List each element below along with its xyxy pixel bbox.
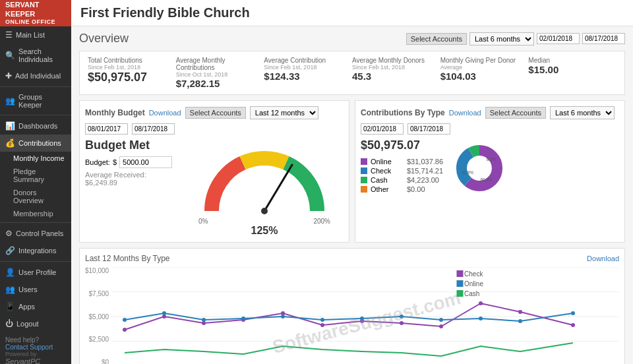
check-dot — [361, 167, 367, 174]
sidebar-item-user-profile[interactable]: 👤 User Profile — [0, 264, 71, 281]
sidebar-item-dashboards[interactable]: 📊 Dashboards — [0, 117, 71, 135]
budget-value-input[interactable] — [119, 156, 172, 168]
svg-point-13 — [123, 328, 127, 332]
contributions-icon: 💰 — [5, 138, 15, 148]
svg-text:30.8%: 30.8% — [462, 170, 473, 175]
svg-rect-38 — [457, 270, 464, 277]
sidebar-divider-2 — [0, 115, 71, 115]
sidebar-item-donors-overview[interactable]: Donors Overview — [0, 186, 71, 207]
avg-received: Average Received: $6,249.89 — [85, 171, 172, 187]
chart-svg-container: SoftwareSuggest.com Check Online Cash Au… — [111, 267, 619, 364]
sidebar-item-search[interactable]: 🔍 Search Individuals — [0, 44, 71, 67]
svg-point-29 — [281, 315, 285, 318]
legend-label-other: Other — [371, 185, 404, 193]
stat-value-avg-contrib: $124.33 — [264, 71, 352, 82]
budget-date-to[interactable] — [132, 123, 175, 135]
sidebar-item-users[interactable]: 👥 Users — [0, 281, 71, 298]
date-to-top[interactable] — [582, 33, 625, 44]
stat-avg-monthly-donors: Average Monthly Donors Since Feb 1st, 20… — [352, 57, 440, 89]
contrib-date-to[interactable] — [407, 123, 450, 135]
stat-sublabel-total: Since Feb 1st, 2018 — [88, 64, 176, 71]
legend-label-check: Check — [371, 167, 404, 175]
cash-dot — [361, 177, 367, 183]
legend-online: Online $31,037.86 — [361, 158, 443, 166]
budget-panel: Monthly Budget Download Select Accounts … — [79, 100, 349, 243]
line-chart-svg: SoftwareSuggest.com Check Online Cash — [111, 267, 619, 364]
gauge-min: 0% — [198, 218, 208, 225]
sidebar-item-apps[interactable]: 📱 Apps — [0, 298, 71, 315]
sidebar-label-logout: Logout — [16, 320, 39, 328]
line-chart-section: Last 12 Months By Type Download $10,000 … — [79, 248, 625, 364]
budget-download-btn[interactable]: Download — [149, 109, 181, 117]
legend-label-cash: Cash — [371, 176, 404, 184]
contrib-download-btn[interactable]: Download — [449, 109, 481, 117]
legend-label-online: Online — [371, 158, 404, 166]
sidebar-item-membership[interactable]: Membership — [0, 207, 71, 220]
svg-point-27 — [202, 318, 206, 322]
chart-header: Last 12 Months By Type Download — [85, 254, 619, 263]
sidebar-label-integrations: Integrations — [18, 247, 56, 255]
sidebar-item-logout[interactable]: ⏻ Logout — [0, 315, 71, 332]
budget-period-select[interactable]: Last 12 months — [250, 106, 318, 119]
sidebar-footer: Need help? Contact Support Powered by Se… — [0, 332, 71, 364]
user-icon: 👤 — [5, 268, 15, 277]
contact-support-link[interactable]: Contact Support — [5, 344, 66, 351]
sidebar-item-pledge-summary[interactable]: Pledge Summary — [0, 165, 71, 186]
sidebar-label-users: Users — [18, 286, 38, 293]
gauge-max: 200% — [313, 218, 330, 225]
sidebar-label-apps: Apps — [18, 303, 35, 311]
svg-text:60.9%: 60.9% — [481, 177, 493, 182]
stat-monthly-giving: Monthly Giving Per Donor Average $104.03 — [440, 57, 529, 89]
stat-sublabel-avg-donors: Since Feb 1st, 2018 — [352, 64, 440, 71]
sidebar-item-control-panels[interactable]: ⚙ Control Panels — [0, 225, 71, 242]
dashboard-icon: 📊 — [5, 121, 15, 131]
date-from-top[interactable] — [537, 33, 580, 44]
logout-icon: ⏻ — [5, 319, 13, 328]
sidebar-label-search: Search Individuals — [18, 47, 66, 63]
contrib-section: $50,975.07 Online $31,037.86 Check $15,7… — [361, 138, 619, 198]
select-accounts-btn-top[interactable]: Select Accounts — [406, 33, 467, 45]
svg-rect-42 — [457, 290, 464, 297]
legend-other: Other $0.00 — [361, 185, 443, 193]
gauge-pct: 125% — [251, 225, 278, 237]
budget-input-row: Budget: $ — [85, 156, 172, 168]
search-icon: 🔍 — [5, 51, 15, 60]
contrib-date-from[interactable] — [361, 123, 404, 135]
sidebar-item-monthly-income[interactable]: Monthly Income — [0, 152, 71, 165]
budget-status: Budget Met — [85, 138, 150, 152]
sidebar-divider-1 — [0, 86, 71, 87]
control-icon: ⚙ — [5, 229, 13, 238]
stat-value-total: $50,975.07 — [88, 71, 176, 84]
sidebar-item-contributions[interactable]: 💰 Contributions — [0, 135, 71, 152]
contributions-panel: Contributions By Type Download Select Ac… — [355, 100, 625, 243]
chart-download-btn[interactable]: Download — [587, 255, 619, 262]
sidebar-item-integrations[interactable]: 🔗 Integrations — [0, 242, 71, 259]
contrib-select-accounts-btn[interactable]: Select Accounts — [485, 107, 546, 119]
period-select-top[interactable]: Last 6 months — [469, 32, 534, 46]
svg-point-28 — [241, 317, 245, 320]
budget-date-from[interactable] — [85, 123, 128, 135]
contrib-period-select[interactable]: Last 6 months — [550, 106, 615, 119]
stat-label-total: Total Contributions — [88, 57, 176, 64]
sidebar-item-main-list[interactable]: ☰ Main List — [0, 26, 71, 44]
sidebar-label-add: Add Individual — [15, 72, 61, 80]
sidebar-label-groups: Groups Keeper — [18, 93, 66, 109]
sidebar-item-add-individual[interactable]: ✚ Add Individual — [0, 67, 71, 84]
overview-header: Overview Select Accounts Last 6 months — [79, 32, 625, 46]
sidebar-item-groups-keeper[interactable]: 👥 Groups Keeper — [0, 89, 71, 113]
stat-value-monthly-giving: $104.03 — [440, 71, 529, 82]
svg-point-26 — [162, 311, 166, 315]
stat-value-avg-monthly: $7,282.15 — [176, 78, 264, 89]
currency-symbol: $ — [113, 158, 117, 166]
budget-panel-title: Monthly Budget — [85, 108, 145, 117]
stat-sublabel-monthly-giving: Average — [440, 64, 529, 71]
budget-select-accounts-btn[interactable]: Select Accounts — [185, 107, 246, 119]
chart-title: Last 12 Months By Type — [85, 254, 170, 263]
panels-row: Monthly Budget Download Select Accounts … — [79, 100, 625, 243]
svg-point-30 — [320, 318, 324, 322]
page-title: Overview — [79, 32, 129, 46]
svg-point-22 — [479, 301, 483, 305]
servant-pc: ServantPC — [5, 357, 66, 364]
stat-label-avg-contrib: Average Contribution — [264, 57, 352, 64]
stat-value-avg-donors: 45.3 — [352, 71, 440, 82]
